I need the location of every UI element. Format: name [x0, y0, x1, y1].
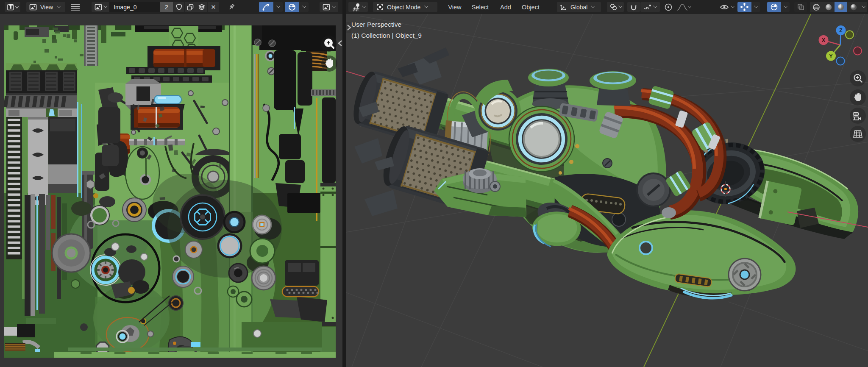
- svg-text:Y: Y: [829, 53, 832, 59]
- svg-text:Z: Z: [839, 28, 842, 33]
- svg-text:X: X: [822, 37, 825, 43]
